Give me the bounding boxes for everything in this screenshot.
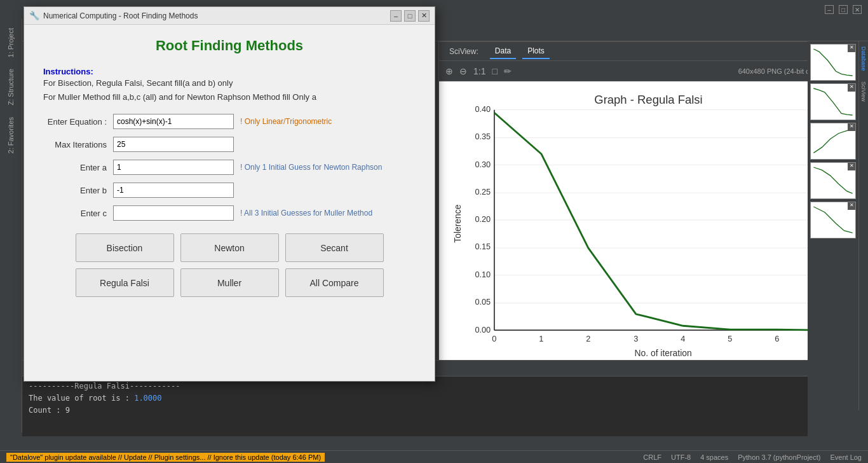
- svg-text:1: 1: [539, 335, 543, 343]
- crlf-status[interactable]: CRLF: [643, 453, 661, 461]
- svg-text:5: 5: [728, 335, 732, 343]
- output-content: ----------Regula Falsi----------- The va…: [22, 377, 808, 421]
- indent-status[interactable]: 4 spaces: [700, 453, 728, 461]
- output-line-2: The value of root is : 1.0000: [29, 392, 801, 404]
- equation-label: Enter Equation :: [43, 117, 113, 127]
- sciview-content: Graph - Regula Falsi Tolerence No. of it…: [439, 81, 858, 373]
- zoom-actual-btn[interactable]: 1:1: [472, 65, 487, 78]
- fit-btn[interactable]: □: [491, 65, 498, 78]
- output-count-text: Count : 9: [29, 406, 70, 415]
- enter-a-input[interactable]: [113, 160, 234, 175]
- instruction-line-2: For Muller Method fill a,b,c (all) and f…: [43, 90, 416, 104]
- sciview-panel: SciView: Data Plots ⚙ – ⊕ ⊖ 1:1 □ ✏ 640x…: [438, 41, 858, 374]
- thumb-3-close[interactable]: ✕: [848, 123, 855, 131]
- secant-btn[interactable]: Secant: [285, 233, 384, 262]
- zoom-in-btn[interactable]: ⊕: [444, 65, 454, 78]
- thumb-1[interactable]: ✕: [810, 44, 856, 81]
- instructions-label: Instructions:: [43, 67, 93, 76]
- newton-btn[interactable]: Newton: [180, 233, 279, 262]
- sidebar-structure[interactable]: Z: Structure: [4, 66, 17, 107]
- dialog-controls: – □ ✕: [390, 10, 430, 22]
- svg-text:6: 6: [775, 335, 779, 343]
- svg-text:0.20: 0.20: [475, 215, 491, 224]
- max-iter-input[interactable]: [113, 137, 234, 152]
- output-root-value: 1.0000: [134, 394, 161, 403]
- sidebar-project[interactable]: 1: Project: [4, 25, 17, 60]
- graph-svg: Graph - Regula Falsi Tolerence No. of it…: [445, 88, 851, 367]
- left-sidebar: 1: Project Z: Structure 2: Favorites: [0, 0, 22, 432]
- muller-btn[interactable]: Muller: [180, 268, 279, 297]
- equation-row: Enter Equation : ! Only Linear/Trigonome…: [43, 114, 416, 129]
- max-iter-row: Max Iterations: [43, 137, 416, 152]
- thumb-5-close[interactable]: ✕: [848, 202, 855, 210]
- thumb-3[interactable]: ✕: [810, 123, 856, 160]
- output-section-text: ----------Regula Falsi-----------: [29, 382, 180, 390]
- max-iter-label: Max Iterations: [43, 140, 113, 149]
- svg-text:0.00: 0.00: [475, 326, 491, 335]
- database-tab[interactable]: Database: [860, 41, 867, 76]
- graph-title: Graph - Regula Falsi: [594, 93, 702, 106]
- method-buttons-row2: Regula Falsi Muller All Compare: [43, 268, 416, 297]
- sciview-label: SciView:: [444, 45, 484, 59]
- dialog-minimize-btn[interactable]: –: [390, 10, 402, 22]
- sciview-nav-toolbar: ⊕ ⊖ 1:1 □ ✏ 640x480 PNG (24-bit color) 2…: [439, 61, 858, 81]
- minimize-btn[interactable]: –: [825, 5, 834, 14]
- svg-text:0.10: 0.10: [475, 270, 491, 279]
- graph-line: [494, 113, 825, 330]
- enter-c-input[interactable]: [113, 205, 234, 221]
- svg-text:3: 3: [634, 335, 638, 343]
- svg-text:2: 2: [586, 335, 590, 343]
- maximize-btn[interactable]: □: [839, 5, 848, 14]
- status-bar-right: CRLF UTF-8 4 spaces Python 3.7 (pythonPr…: [643, 453, 862, 461]
- python-version-status[interactable]: Python 3.7 (pythonProject): [738, 453, 820, 461]
- all-compare-btn[interactable]: All Compare: [285, 268, 384, 297]
- status-bar: "Datalove" plugin update available // Up…: [0, 450, 868, 463]
- sidebar-favorites[interactable]: 2: Favorites: [4, 114, 17, 156]
- encoding-status[interactable]: UTF-8: [671, 453, 691, 461]
- enter-b-label: Enter b: [43, 186, 113, 195]
- enter-b-input[interactable]: [113, 183, 234, 198]
- edit-btn[interactable]: ✏: [503, 65, 513, 78]
- dialog-close-btn[interactable]: ✕: [418, 10, 430, 22]
- method-buttons-row1: Bisection Newton Secant: [43, 233, 416, 262]
- enter-a-row: Enter a ! Only 1 Initial Guess for Newto…: [43, 160, 416, 175]
- thumb-2-close[interactable]: ✕: [848, 84, 855, 92]
- zoom-out-btn[interactable]: ⊖: [458, 65, 468, 78]
- sciview-side-tab[interactable]: SciView: [860, 76, 867, 107]
- thumb-5[interactable]: ✕: [810, 202, 856, 238]
- equation-hint: ! Only Linear/Trigonometric: [240, 117, 332, 126]
- equation-input[interactable]: [113, 114, 234, 129]
- svg-text:0.40: 0.40: [475, 105, 491, 114]
- enter-c-label: Enter c: [43, 209, 113, 218]
- svg-text:0.15: 0.15: [475, 242, 491, 251]
- thumb-1-close[interactable]: ✕: [848, 45, 855, 52]
- enter-a-hint: ! Only 1 Initial Guess for Newton Raphso…: [240, 163, 382, 172]
- instructions-block: Instructions: For Bisection, Regula Fals…: [43, 67, 416, 104]
- dialog-icon: 🔧: [29, 11, 39, 21]
- svg-text:0: 0: [492, 335, 496, 343]
- right-sidebar: Database SciView: [858, 41, 868, 410]
- tab-data[interactable]: Data: [490, 44, 516, 59]
- regula-falsi-btn[interactable]: Regula Falsi: [76, 268, 174, 297]
- svg-text:0.25: 0.25: [475, 188, 491, 197]
- plugin-update-warning[interactable]: "Datalove" plugin update available // Up…: [6, 453, 325, 462]
- bisection-btn[interactable]: Bisection: [76, 233, 174, 262]
- svg-text:0.05: 0.05: [475, 298, 491, 307]
- dialog-title: Numerical Computing - Root Finding Metho…: [43, 11, 390, 20]
- instruction-line-1: For Bisection, Regula Falsi, Secant fill…: [43, 76, 416, 90]
- svg-text:0.30: 0.30: [475, 160, 491, 169]
- thumb-4-close[interactable]: ✕: [848, 163, 855, 170]
- thumb-2[interactable]: ✕: [810, 83, 856, 120]
- enter-c-hint: ! All 3 Initial Guesses for Muller Metho…: [240, 209, 372, 218]
- output-line-1: ----------Regula Falsi-----------: [29, 380, 801, 392]
- dialog-main-title: Root Finding Methods: [43, 38, 416, 54]
- tab-plots[interactable]: Plots: [522, 44, 550, 59]
- svg-text:4: 4: [681, 335, 685, 343]
- event-log-status[interactable]: Event Log: [830, 453, 862, 461]
- x-axis-label: No. of iteration: [635, 348, 692, 358]
- thumb-4[interactable]: ✕: [810, 162, 856, 199]
- close-btn[interactable]: ✕: [853, 5, 862, 14]
- titlebar-controls[interactable]: – □ ✕: [825, 5, 862, 14]
- enter-c-row: Enter c ! All 3 Initial Guesses for Mull…: [43, 205, 416, 221]
- dialog-maximize-btn[interactable]: □: [404, 10, 416, 22]
